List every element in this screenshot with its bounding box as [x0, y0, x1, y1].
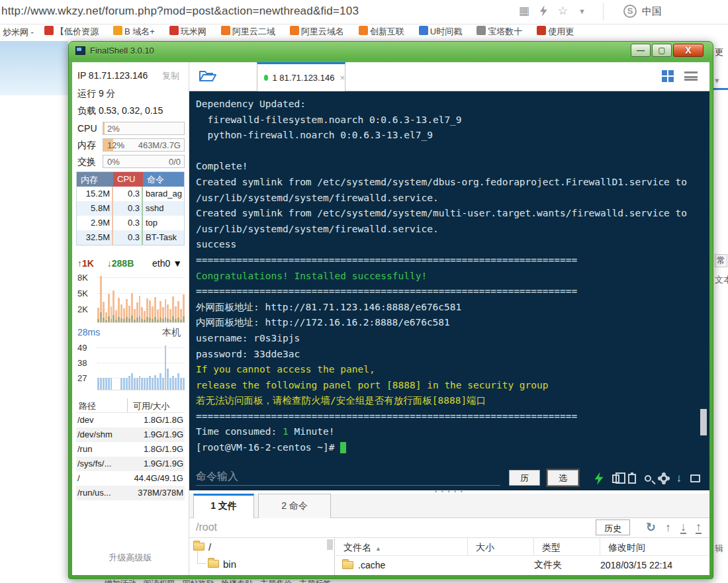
favorite-star-icon[interactable]: ☆ [558, 4, 568, 18]
bookmark-item[interactable]: B 域名+ [113, 26, 155, 38]
monitor-sidebar: IP 81.71.123.146 复制 运行 9 分 负载 0.53, 0.32… [72, 62, 189, 575]
url-text[interactable]: http://www.wkzy.net/forum.php?mod=post&a… [1, 5, 359, 18]
tree-item[interactable]: bin [189, 555, 334, 572]
screen: http://www.wkzy.net/forum.php?mod=post&a… [0, 0, 728, 583]
close-button[interactable]: X [673, 44, 704, 57]
chart-bar [128, 306, 130, 322]
up-arrow-icon: ↑ [77, 258, 82, 269]
chart-bar [118, 298, 120, 322]
terminal-line: If you cannot access the panel, [196, 362, 709, 378]
chart-bar [126, 299, 128, 322]
terminal-output[interactable]: Dependency Updated: firewalld-filesystem… [189, 91, 709, 467]
chart-bar [128, 376, 130, 390]
bookmark-item[interactable]: 阿里云域名 [290, 26, 344, 38]
file-col-name[interactable]: 文件名▲ [336, 538, 468, 555]
disk-col-size[interactable]: 可用/大小 [128, 398, 185, 412]
tab-files[interactable]: 1 文件 [193, 494, 254, 518]
scroll-down-icon[interactable]: ↓ [676, 472, 682, 484]
settings-gear-icon[interactable] [660, 474, 668, 482]
chart-bar [152, 306, 154, 322]
swap-meter: 0% 0/0 [103, 155, 185, 168]
folder-icon [342, 561, 353, 569]
webpage-banner [0, 41, 68, 95]
paste-icon[interactable] [628, 474, 636, 484]
browser-address-bar[interactable]: http://www.wkzy.net/forum.php?mod=post&a… [0, 0, 728, 24]
bookmark-favicon [419, 26, 428, 35]
disk-row: /dev1.8G/1.8G [76, 413, 185, 427]
session-tabbar: 1 81.71.123.146 × [189, 62, 709, 91]
path-history-button[interactable]: 历史 [596, 519, 630, 535]
lightning-icon[interactable] [540, 5, 547, 17]
command-input[interactable]: 命令输入 [196, 470, 500, 486]
fullscreen-icon[interactable] [690, 474, 700, 482]
copy-icon[interactable] [612, 474, 619, 483]
terminal-line: Created symlink from /etc/systemd/system… [196, 206, 709, 222]
bookmark-item[interactable]: 【低价资源 [44, 26, 99, 38]
bookmark-lead[interactable]: 炒米网 - [3, 26, 34, 38]
file-row[interactable]: .cache文件夹2018/03/15 22:14 [336, 556, 709, 574]
brand-label[interactable]: 中国 [642, 5, 662, 18]
edge-text: 辑 [715, 543, 723, 555]
grid-view-icon[interactable] [662, 70, 674, 82]
disk-col-path[interactable]: 路径 [76, 398, 128, 412]
swap-label: 交换 [77, 156, 101, 168]
file-col-size[interactable]: 大小 [468, 538, 534, 555]
refresh-icon[interactable]: ↻ [646, 520, 656, 535]
search-icon[interactable] [645, 475, 651, 482]
chart-bar [159, 373, 161, 390]
upgrade-link[interactable]: 升级高级版 [72, 552, 189, 564]
quick-command-icon[interactable] [595, 472, 604, 485]
process-col-cpu[interactable]: CPU [113, 172, 143, 187]
file-col-mtime[interactable]: 修改时间 [600, 538, 709, 555]
dropdown-caret-icon[interactable]: ▼ [578, 7, 586, 15]
chart-bar [120, 378, 122, 390]
open-folder-icon[interactable] [199, 69, 217, 86]
bookmark-item[interactable]: 阿里云二域 [221, 26, 275, 38]
minimize-button[interactable]: — [631, 44, 651, 57]
disk-row: /run1.8G/1.9G [76, 442, 185, 457]
menu-icon[interactable] [684, 71, 698, 81]
terminal-scrollbar-thumb[interactable] [700, 409, 707, 435]
copy-ip-link[interactable]: 复制 [162, 70, 179, 82]
chart-bar [136, 302, 138, 322]
window-title: FinalShell 3.0.10 [90, 46, 154, 56]
path-input[interactable]: /root [196, 521, 217, 533]
options-button[interactable]: 选项 [547, 470, 578, 486]
bookmark-item[interactable]: 创新互联 [359, 26, 404, 38]
go-up-icon[interactable]: ↑ [665, 521, 671, 535]
chart-bar [111, 378, 113, 390]
chart-bar [126, 378, 128, 390]
history-button[interactable]: 历史 [509, 470, 540, 486]
ping-target[interactable]: 本机 [162, 327, 181, 339]
bookmark-item[interactable]: 使用更 [537, 26, 574, 38]
process-row: 2.9M0.3top [77, 216, 184, 230]
terminal-line: ========================================… [196, 409, 709, 425]
chart-bar [154, 375, 156, 390]
disk-row: /44.4G/49.1G [76, 471, 185, 486]
sogou-logo-icon[interactable]: S [623, 5, 637, 18]
chart-bar [165, 345, 167, 390]
tree-item[interactable]: / [189, 538, 334, 555]
download-icon[interactable]: ↓ [680, 521, 686, 534]
maximize-button[interactable]: ▢ [652, 44, 672, 57]
session-tab[interactable]: 1 81.71.123.146 × [257, 62, 345, 91]
process-row: 32.5M0.3BT-Task [77, 230, 184, 245]
chart-bar [103, 378, 105, 390]
upload-rate: ↑1K [77, 258, 94, 269]
file-col-type[interactable]: 类型 [534, 538, 600, 555]
tab-commands[interactable]: 2 命令 [258, 494, 331, 518]
bookmark-favicon [169, 26, 179, 35]
down-arrow-icon: ↓ [107, 258, 112, 269]
qr-code-icon[interactable]: ▦ [519, 4, 529, 18]
bookmark-item[interactable]: 玩米网 [169, 26, 206, 38]
upload-icon[interactable]: ↑ [696, 521, 702, 534]
process-col-memory[interactable]: 内存 [77, 172, 113, 187]
interface-selector[interactable]: eth0 ▼ [152, 258, 182, 269]
bookmark-item[interactable]: 宝塔数十 [477, 26, 522, 38]
chart-bar [141, 307, 143, 322]
tree-scrollbar-thumb[interactable] [327, 539, 333, 550]
process-col-command[interactable]: 命令 [143, 172, 184, 187]
ping-ytick: 27 [77, 373, 95, 383]
tab-close-icon[interactable]: × [340, 73, 345, 83]
bookmark-item[interactable]: U时间戳 [419, 26, 462, 38]
